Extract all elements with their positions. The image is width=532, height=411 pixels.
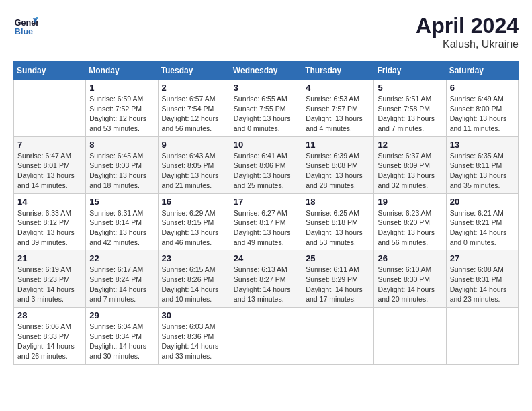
calendar-day-cell: 16Sunrise: 6:29 AM Sunset: 8:15 PM Dayli…	[158, 193, 230, 250]
weekday-header-cell: Saturday	[446, 62, 518, 80]
day-info: Sunrise: 6:11 AM Sunset: 8:29 PM Dayligh…	[306, 265, 370, 304]
day-number: 27	[450, 253, 515, 263]
day-number: 6	[450, 83, 515, 93]
day-info: Sunrise: 6:25 AM Sunset: 8:18 PM Dayligh…	[306, 208, 370, 248]
day-number: 11	[306, 140, 370, 150]
calendar-day-cell: 8Sunrise: 6:45 AM Sunset: 8:03 PM Daylig…	[86, 136, 158, 193]
day-number: 25	[306, 253, 370, 263]
calendar-day-cell: 19Sunrise: 6:23 AM Sunset: 8:20 PM Dayli…	[374, 193, 446, 250]
day-info: Sunrise: 6:13 AM Sunset: 8:27 PM Dayligh…	[234, 265, 298, 304]
calendar-day-cell: 10Sunrise: 6:41 AM Sunset: 8:06 PM Dayli…	[230, 136, 302, 193]
day-number: 26	[378, 253, 442, 263]
calendar-day-cell: 6Sunrise: 6:49 AM Sunset: 8:00 PM Daylig…	[446, 80, 518, 137]
day-info: Sunrise: 6:04 AM Sunset: 8:34 PM Dayligh…	[89, 322, 154, 361]
month-year-title: April 2024	[416, 13, 519, 38]
day-info: Sunrise: 6:29 AM Sunset: 8:15 PM Dayligh…	[162, 208, 226, 248]
calendar-day-cell: 9Sunrise: 6:43 AM Sunset: 8:05 PM Daylig…	[158, 136, 230, 193]
calendar-body: 1Sunrise: 6:59 AM Sunset: 7:52 PM Daylig…	[14, 80, 519, 365]
calendar-day-cell	[446, 308, 518, 365]
calendar-day-cell: 14Sunrise: 6:33 AM Sunset: 8:12 PM Dayli…	[14, 193, 86, 250]
calendar-day-cell: 12Sunrise: 6:37 AM Sunset: 8:09 PM Dayli…	[374, 136, 446, 193]
day-number: 30	[162, 310, 226, 320]
day-info: Sunrise: 6:17 AM Sunset: 8:24 PM Dayligh…	[89, 265, 154, 304]
day-number: 17	[234, 197, 298, 207]
day-info: Sunrise: 6:08 AM Sunset: 8:31 PM Dayligh…	[450, 265, 515, 304]
day-number: 2	[162, 83, 226, 93]
day-number: 16	[162, 197, 226, 207]
calendar-day-cell	[302, 308, 374, 365]
weekday-header-cell: Wednesday	[230, 62, 302, 80]
calendar-day-cell: 22Sunrise: 6:17 AM Sunset: 8:24 PM Dayli…	[86, 250, 158, 308]
calendar-week-row: 7Sunrise: 6:47 AM Sunset: 8:01 PM Daylig…	[14, 136, 519, 193]
weekday-header-cell: Monday	[86, 62, 158, 80]
day-number: 12	[378, 140, 442, 150]
calendar-table: SundayMondayTuesdayWednesdayThursdayFrid…	[13, 61, 519, 365]
svg-text:Blue: Blue	[15, 27, 33, 36]
day-number: 3	[234, 83, 298, 93]
logo: General Blue	[13, 13, 38, 38]
weekday-header-cell: Tuesday	[158, 62, 230, 80]
day-number: 19	[378, 197, 442, 207]
day-info: Sunrise: 6:23 AM Sunset: 8:20 PM Dayligh…	[378, 208, 442, 248]
day-number: 29	[89, 310, 154, 320]
day-number: 9	[162, 140, 226, 150]
calendar-day-cell	[374, 308, 446, 365]
day-info: Sunrise: 6:45 AM Sunset: 8:03 PM Dayligh…	[89, 151, 154, 191]
day-number: 28	[17, 310, 82, 320]
day-number: 14	[17, 197, 82, 207]
calendar-day-cell: 27Sunrise: 6:08 AM Sunset: 8:31 PM Dayli…	[446, 250, 518, 308]
day-number: 13	[450, 140, 515, 150]
calendar-day-cell: 17Sunrise: 6:27 AM Sunset: 8:17 PM Dayli…	[230, 193, 302, 250]
weekday-header-cell: Friday	[374, 62, 446, 80]
calendar-day-cell: 13Sunrise: 6:35 AM Sunset: 8:11 PM Dayli…	[446, 136, 518, 193]
day-number: 1	[89, 83, 154, 93]
day-info: Sunrise: 6:33 AM Sunset: 8:12 PM Dayligh…	[17, 208, 82, 248]
day-number: 7	[17, 140, 82, 150]
day-info: Sunrise: 6:35 AM Sunset: 8:11 PM Dayligh…	[450, 151, 515, 191]
day-number: 20	[450, 197, 515, 207]
calendar-day-cell: 20Sunrise: 6:21 AM Sunset: 8:21 PM Dayli…	[446, 193, 518, 250]
calendar-day-cell: 29Sunrise: 6:04 AM Sunset: 8:34 PM Dayli…	[86, 308, 158, 365]
day-info: Sunrise: 6:55 AM Sunset: 7:55 PM Dayligh…	[234, 94, 298, 134]
day-info: Sunrise: 6:27 AM Sunset: 8:17 PM Dayligh…	[234, 208, 298, 248]
calendar-day-cell: 15Sunrise: 6:31 AM Sunset: 8:14 PM Dayli…	[86, 193, 158, 250]
day-info: Sunrise: 6:03 AM Sunset: 8:36 PM Dayligh…	[162, 322, 226, 361]
calendar-header-row: SundayMondayTuesdayWednesdayThursdayFrid…	[14, 62, 519, 80]
day-info: Sunrise: 6:51 AM Sunset: 7:58 PM Dayligh…	[378, 94, 442, 134]
calendar-day-cell: 4Sunrise: 6:53 AM Sunset: 7:57 PM Daylig…	[302, 80, 374, 137]
calendar-week-row: 28Sunrise: 6:06 AM Sunset: 8:33 PM Dayli…	[14, 308, 519, 365]
page-header: General Blue April 2024 Kalush, Ukraine	[13, 13, 519, 50]
calendar-day-cell: 7Sunrise: 6:47 AM Sunset: 8:01 PM Daylig…	[14, 136, 86, 193]
day-info: Sunrise: 6:39 AM Sunset: 8:08 PM Dayligh…	[306, 151, 370, 191]
calendar-week-row: 14Sunrise: 6:33 AM Sunset: 8:12 PM Dayli…	[14, 193, 519, 250]
day-number: 22	[89, 253, 154, 263]
calendar-day-cell: 26Sunrise: 6:10 AM Sunset: 8:30 PM Dayli…	[374, 250, 446, 308]
calendar-day-cell: 25Sunrise: 6:11 AM Sunset: 8:29 PM Dayli…	[302, 250, 374, 308]
day-info: Sunrise: 6:43 AM Sunset: 8:05 PM Dayligh…	[162, 151, 226, 191]
day-info: Sunrise: 6:15 AM Sunset: 8:26 PM Dayligh…	[162, 265, 226, 304]
weekday-header-cell: Thursday	[302, 62, 374, 80]
day-number: 23	[162, 253, 226, 263]
day-number: 10	[234, 140, 298, 150]
calendar-day-cell: 1Sunrise: 6:59 AM Sunset: 7:52 PM Daylig…	[86, 80, 158, 137]
calendar-day-cell: 30Sunrise: 6:03 AM Sunset: 8:36 PM Dayli…	[158, 308, 230, 365]
day-info: Sunrise: 6:37 AM Sunset: 8:09 PM Dayligh…	[378, 151, 442, 191]
day-info: Sunrise: 6:31 AM Sunset: 8:14 PM Dayligh…	[89, 208, 154, 248]
day-number: 21	[17, 253, 82, 263]
calendar-day-cell: 5Sunrise: 6:51 AM Sunset: 7:58 PM Daylig…	[374, 80, 446, 137]
calendar-day-cell: 3Sunrise: 6:55 AM Sunset: 7:55 PM Daylig…	[230, 80, 302, 137]
calendar-day-cell: 18Sunrise: 6:25 AM Sunset: 8:18 PM Dayli…	[302, 193, 374, 250]
day-number: 8	[89, 140, 154, 150]
day-number: 15	[89, 197, 154, 207]
calendar-day-cell: 24Sunrise: 6:13 AM Sunset: 8:27 PM Dayli…	[230, 250, 302, 308]
day-info: Sunrise: 6:59 AM Sunset: 7:52 PM Dayligh…	[89, 94, 154, 134]
day-info: Sunrise: 6:57 AM Sunset: 7:54 PM Dayligh…	[162, 94, 226, 134]
day-info: Sunrise: 6:49 AM Sunset: 8:00 PM Dayligh…	[450, 94, 515, 134]
calendar-week-row: 21Sunrise: 6:19 AM Sunset: 8:23 PM Dayli…	[14, 250, 519, 308]
calendar-day-cell: 2Sunrise: 6:57 AM Sunset: 7:54 PM Daylig…	[158, 80, 230, 137]
day-number: 18	[306, 197, 370, 207]
day-info: Sunrise: 6:53 AM Sunset: 7:57 PM Dayligh…	[306, 94, 370, 134]
title-block: April 2024 Kalush, Ukraine	[416, 13, 519, 50]
calendar-day-cell	[230, 308, 302, 365]
day-info: Sunrise: 6:41 AM Sunset: 8:06 PM Dayligh…	[234, 151, 298, 191]
